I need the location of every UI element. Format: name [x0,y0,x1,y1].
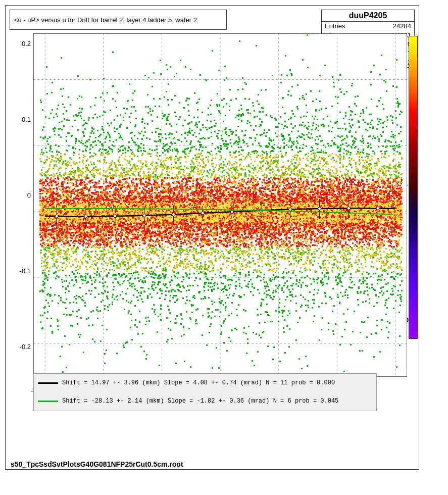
legend-text-black: Shift = 14.97 +- 3.96 (mkm) Slope = 4.08… [62,379,335,386]
plot-title: <u - uP> versus u for Drift for barrel 2… [14,16,197,24]
scatter-canvas [33,33,407,377]
y-label-n01: -0.1 [8,267,31,275]
plot-area: <u - uP> versus u for Drift for barrel 2… [5,5,419,470]
stats-row-entries: Entries 24284 [322,22,414,31]
legend-box: Shift = 14.97 +- 3.96 (mkm) Slope = 4.08… [33,373,377,411]
y-label-n02: -0.2 [8,343,31,351]
y-label-0: 0 [8,191,31,199]
filename: s50_TpcSsdSvtPlotsG40G081NFP25rCut0.5cm.… [11,460,183,468]
legend-text-green: Shift = -28.13 +- 2.14 (mkm) Slope = -1.… [62,398,338,405]
y-label-02: 0.2 [8,40,31,47]
legend-line-green [38,401,58,402]
stats-value-entries: 24284 [393,22,411,30]
color-scale-bar [409,36,418,339]
main-container: <u - uP> versus u for Drift for barrel 2… [0,0,448,495]
y-label-01: 0.1 [8,116,31,123]
stats-title: duuP4205 [322,10,414,22]
plot-title-box: <u - uP> versus u for Drift for barrel 2… [10,10,227,30]
legend-line-black [38,382,58,384]
color-scale: 0 1 10 [408,36,419,349]
legend-row-black: Shift = 14.97 +- 3.96 (mkm) Slope = 4.08… [34,374,376,392]
legend-row-green: Shift = -28.13 +- 2.14 (mkm) Slope = -1.… [34,392,376,410]
stats-label-entries: Entries [325,22,345,30]
